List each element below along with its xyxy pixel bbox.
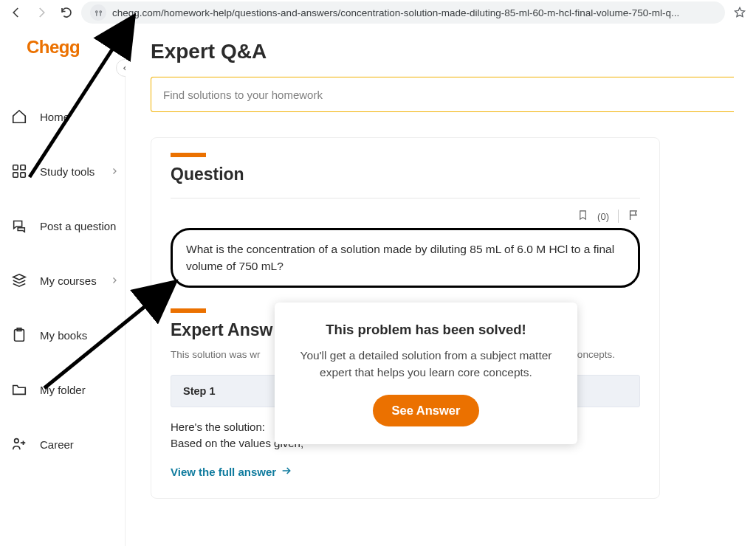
view-full-answer-link[interactable]: View the full answer xyxy=(171,465,292,479)
question-text-box: What is the concentration of a solution … xyxy=(171,228,640,288)
sidebar-item-my-folder[interactable]: My folder xyxy=(0,370,125,409)
svg-rect-5 xyxy=(21,173,25,177)
svg-point-1 xyxy=(100,10,101,12)
arrow-right-icon xyxy=(281,465,292,479)
question-meta: (0) xyxy=(171,209,640,224)
home-icon xyxy=(10,108,28,125)
sidebar-item-home[interactable]: Home xyxy=(0,97,125,136)
sidebar-item-label: My courses xyxy=(40,274,97,287)
career-icon xyxy=(10,435,28,453)
chevron-right-icon xyxy=(110,274,119,287)
back-button[interactable] xyxy=(6,2,27,23)
popup-body: You'll get a detailed solution from a su… xyxy=(295,347,557,381)
main-content: Expert Q&A Find solutions to your homewo… xyxy=(126,25,756,546)
brand-logo[interactable]: Chegg xyxy=(0,32,125,63)
flag-icon[interactable] xyxy=(628,209,640,224)
sidebar-item-study-tools[interactable]: Study tools xyxy=(0,152,125,190)
svg-rect-4 xyxy=(13,173,18,177)
solved-popup: This problem has been solved! You'll get… xyxy=(275,303,577,444)
clipboard-icon xyxy=(10,326,28,344)
svg-rect-2 xyxy=(13,165,18,170)
grid-icon xyxy=(10,162,28,180)
sidebar-item-label: Career xyxy=(40,438,74,451)
sidebar-item-my-courses[interactable]: My courses xyxy=(0,261,125,300)
bookmark-count: (0) xyxy=(597,211,609,222)
sidebar-item-label: Post a question xyxy=(40,220,116,232)
url-text: chegg.com/homework-help/questions-and-an… xyxy=(112,7,679,18)
sidebar-item-post-question[interactable]: Post a question xyxy=(0,207,125,245)
svg-point-0 xyxy=(95,10,97,12)
site-info-icon[interactable] xyxy=(90,4,106,21)
see-answer-button[interactable]: See Answer xyxy=(373,395,480,426)
sidebar-item-label: My books xyxy=(40,329,87,342)
bookmark-icon[interactable] xyxy=(577,210,588,223)
layers-icon xyxy=(10,272,28,289)
browser-toolbar: chegg.com/homework-help/questions-and-an… xyxy=(0,0,756,25)
forward-button[interactable] xyxy=(31,2,52,23)
svg-rect-3 xyxy=(21,165,25,170)
sidebar-item-label: Home xyxy=(40,111,69,123)
accent-bar xyxy=(171,308,206,313)
bookmark-star-icon[interactable] xyxy=(729,2,750,23)
sidebar-item-label: Study tools xyxy=(40,165,94,178)
question-heading: Question xyxy=(171,165,640,184)
popup-title: This problem has been solved! xyxy=(295,322,557,338)
search-input[interactable]: Find solutions to your homework xyxy=(151,77,734,112)
folder-icon xyxy=(10,381,28,398)
svg-point-7 xyxy=(15,439,18,443)
address-bar[interactable]: chegg.com/homework-help/questions-and-an… xyxy=(81,1,725,24)
sidebar-item-my-books[interactable]: My books xyxy=(0,316,125,354)
page-title: Expert Q&A xyxy=(126,25,756,77)
separator xyxy=(618,210,619,223)
sidebar-item-career[interactable]: Career xyxy=(0,425,125,463)
divider xyxy=(171,198,640,198)
question-text: What is the concentration of a solution … xyxy=(186,243,614,272)
search-placeholder: Find solutions to your homework xyxy=(163,89,323,101)
accent-bar xyxy=(171,153,206,157)
chevron-right-icon xyxy=(110,165,119,178)
sidebar: Chegg Home Study tools Post a question M… xyxy=(0,25,126,546)
chat-icon xyxy=(10,217,28,235)
reload-button[interactable] xyxy=(56,2,77,23)
sidebar-item-label: My folder xyxy=(40,384,86,396)
